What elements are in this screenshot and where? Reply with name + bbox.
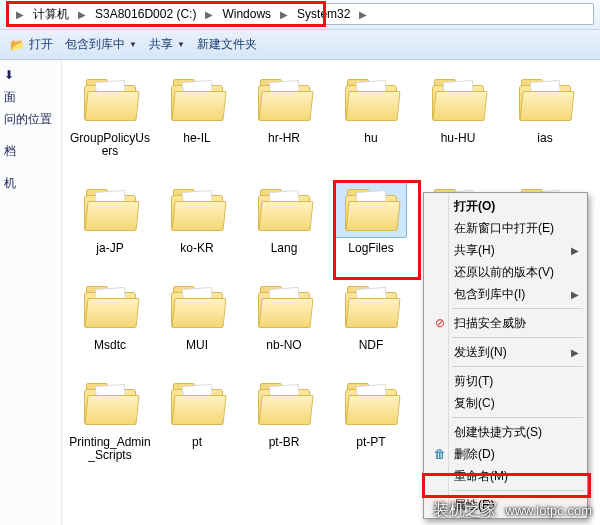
folder-thumb: [422, 70, 494, 128]
chevron-right-icon: ▶: [359, 9, 367, 20]
share-button[interactable]: 共享▼: [149, 36, 185, 53]
folder-icon: [517, 77, 573, 121]
sidebar-item[interactable]: 机: [2, 172, 59, 194]
folder-item[interactable]: Printing_Admin_Scripts: [68, 374, 152, 462]
menu-label: 打开(O): [454, 198, 495, 215]
folder-item[interactable]: MUI: [155, 277, 239, 352]
folder-label: NDF: [359, 339, 384, 352]
folder-label: hu: [364, 132, 377, 145]
folder-item[interactable]: he-IL: [155, 70, 239, 158]
folder-thumb: [161, 70, 233, 128]
sidebar-item[interactable]: 问的位置: [2, 108, 59, 130]
folder-icon: [343, 284, 399, 328]
new-folder-button[interactable]: 新建文件夹: [197, 36, 257, 53]
watermark: 装机之家 www.lotpc.com: [433, 500, 592, 521]
sidebar-item[interactable]: 面: [2, 86, 59, 108]
folder-item[interactable]: ko-KR: [155, 180, 239, 255]
menu-shortcut[interactable]: 创建快捷方式(S): [426, 421, 585, 443]
address-bar: ▶ 计算机 ▶ S3A8016D002 (C:) ▶ Windows ▶ Sys…: [0, 0, 600, 30]
folder-item[interactable]: LogFiles: [329, 180, 413, 255]
folder-item[interactable]: pt: [155, 374, 239, 462]
crumb-computer[interactable]: 计算机: [29, 5, 73, 24]
menu-label: 共享(H): [454, 242, 495, 259]
folder-item[interactable]: ja-JP: [68, 180, 152, 255]
folder-item[interactable]: Lang: [242, 180, 326, 255]
delete-icon: 🗑: [432, 446, 448, 462]
open-button[interactable]: 📂 打开: [10, 36, 53, 53]
open-icon: 📂: [10, 38, 25, 52]
folder-item[interactable]: hu-HU: [416, 70, 500, 158]
folder-icon: [343, 381, 399, 425]
menu-separator: [452, 490, 583, 491]
include-button[interactable]: 包含到库中▼: [65, 36, 137, 53]
folder-thumb: [248, 180, 320, 238]
folder-thumb: [248, 277, 320, 335]
sidebar-item[interactable]: ⬇: [2, 64, 59, 86]
folder-label: pt-PT: [356, 436, 385, 449]
menu-restore[interactable]: 还原以前的版本(V): [426, 261, 585, 283]
folder-item[interactable]: ias: [503, 70, 587, 158]
submenu-arrow-icon: ▶: [571, 347, 579, 358]
folder-icon: [169, 381, 225, 425]
folder-thumb: [161, 374, 233, 432]
folder-label: hu-HU: [441, 132, 476, 145]
folder-item[interactable]: GroupPolicyUsers: [68, 70, 152, 158]
open-label: 打开: [29, 36, 53, 53]
menu-open-new[interactable]: 在新窗口中打开(E): [426, 217, 585, 239]
chevron-right-icon: ▶: [78, 9, 86, 20]
navigation-pane: ⬇ 面 问的位置 档 机: [0, 60, 62, 525]
menu-scan[interactable]: ⊘扫描安全威胁: [426, 312, 585, 334]
folder-item[interactable]: hr-HR: [242, 70, 326, 158]
new-folder-label: 新建文件夹: [197, 36, 257, 53]
share-label: 共享: [149, 36, 173, 53]
folder-item[interactable]: hu: [329, 70, 413, 158]
menu-share[interactable]: 共享(H)▶: [426, 239, 585, 261]
folder-thumb: [74, 374, 146, 432]
breadcrumb[interactable]: ▶ 计算机 ▶ S3A8016D002 (C:) ▶ Windows ▶ Sys…: [6, 3, 594, 25]
folder-item[interactable]: nb-NO: [242, 277, 326, 352]
sidebar-item[interactable]: 档: [2, 140, 59, 162]
menu-include[interactable]: 包含到库中(I)▶: [426, 283, 585, 305]
menu-cut[interactable]: 剪切(T): [426, 370, 585, 392]
folder-label: Msdtc: [94, 339, 126, 352]
folder-icon: [169, 187, 225, 231]
folder-thumb: [74, 277, 146, 335]
folder-icon: [256, 284, 312, 328]
folder-icon: [169, 77, 225, 121]
shield-icon: ⊘: [432, 315, 448, 331]
chevron-right-icon: ▶: [16, 9, 24, 20]
menu-rename[interactable]: 重命名(M): [426, 465, 585, 487]
folder-thumb: [248, 70, 320, 128]
folder-label: ja-JP: [96, 242, 123, 255]
folder-label: ias: [537, 132, 552, 145]
folder-thumb: [335, 374, 407, 432]
watermark-site: 装机之家: [433, 500, 497, 521]
menu-copy[interactable]: 复制(C): [426, 392, 585, 414]
folder-item[interactable]: NDF: [329, 277, 413, 352]
crumb-drive[interactable]: S3A8016D002 (C:): [91, 6, 200, 22]
menu-send-to[interactable]: 发送到(N)▶: [426, 341, 585, 363]
folder-label: GroupPolicyUsers: [68, 132, 152, 158]
folder-label: he-IL: [183, 132, 210, 145]
chevron-right-icon: ▶: [205, 9, 213, 20]
folder-item[interactable]: Msdtc: [68, 277, 152, 352]
folder-thumb: [335, 180, 407, 238]
folder-icon: [82, 187, 138, 231]
menu-label: 删除(D): [454, 446, 495, 463]
menu-delete[interactable]: 🗑删除(D): [426, 443, 585, 465]
folder-item[interactable]: pt-PT: [329, 374, 413, 462]
folder-label: Lang: [271, 242, 298, 255]
crumb-system32[interactable]: System32: [293, 6, 354, 22]
menu-open[interactable]: 打开(O): [426, 195, 585, 217]
menu-separator: [452, 308, 583, 309]
folder-icon: [343, 187, 399, 231]
folder-icon: [82, 381, 138, 425]
crumb-windows[interactable]: Windows: [218, 6, 275, 22]
chevron-right-icon: ▶: [280, 9, 288, 20]
folder-label: Printing_Admin_Scripts: [68, 436, 152, 462]
menu-label: 扫描安全威胁: [454, 315, 526, 332]
folder-thumb: [161, 277, 233, 335]
folder-icon: [430, 77, 486, 121]
folder-icon: [169, 284, 225, 328]
folder-item[interactable]: pt-BR: [242, 374, 326, 462]
